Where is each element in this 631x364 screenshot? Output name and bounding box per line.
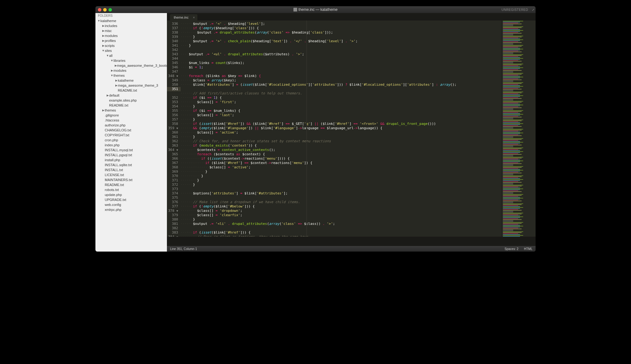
code-line[interactable]: ······if (isset($link['#href']) && ($lin… [181,122,436,126]
tree-item[interactable]: README.txt [95,88,167,93]
disclosure-arrow-icon[interactable] [110,58,113,63]
code-line[interactable]: ········// Pass in $link as $options, th… [181,235,310,237]
code-line[interactable]: ············} [181,170,207,174]
code-line[interactable]: ······} [181,104,195,108]
tree-item[interactable]: themes [95,108,167,113]
code-line[interactable]: ··············$class[] = 'active'; [181,165,251,169]
code-line[interactable]: ······} [181,117,195,121]
code-line[interactable]: ······} [181,35,195,39]
code-line[interactable]: ········$class[] = 'last'; [181,113,234,117]
code-line[interactable]: ····$i = 1; [181,65,203,69]
tree-item[interactable]: scripts [95,43,167,48]
code-line[interactable]: ······$output .= '<li' . drupal_attribut… [181,222,335,226]
tree-item[interactable]: modules [95,33,167,38]
code-line[interactable]: ······if (!empty($heading['class'])) { [181,26,259,30]
code-line[interactable]: ······if (!empty($link['#below'])) { [181,204,255,208]
disclosure-arrow-icon[interactable] [102,39,105,43]
code-content[interactable]: ······$output .= '<' . $heading['level']… [181,20,501,237]
code-line[interactable]: ······$output .= '>' . check_plain($head… [181,39,358,43]
code-line[interactable]: ········$class[] = 'first'; [181,100,236,104]
syntax-indicator[interactable]: HTML [524,247,532,251]
tree-item[interactable]: README.txt [95,103,167,108]
tree-item[interactable]: robots.txt [95,187,167,192]
code-line[interactable]: ······$output .= '<' . $heading['level']… [181,22,265,26]
code-line[interactable]: ········foreach ($contexts as $context) … [181,152,265,156]
code-line[interactable]: ······} [181,217,195,221]
sidebar[interactable]: FOLDERS kalathemeincludesmiscmodulesprof… [95,13,167,252]
code-line[interactable]: ········$output .= drupal_attributes(arr… [181,30,333,34]
disclosure-arrow-icon[interactable] [102,24,105,28]
code-line[interactable]: ········} [181,178,199,182]
tree-item[interactable]: kalatheme [95,18,167,23]
tab-theme-inc[interactable]: theme.inc × [170,14,197,20]
code-editor[interactable]: 336 337 338 339 340 341 342 343 344 345 … [167,20,501,237]
code-line[interactable]: ······$options['attributes'] = $link['#a… [181,191,288,195]
disclosure-arrow-icon[interactable] [97,19,100,23]
tree-item[interactable]: LICENSE.txt [95,172,167,177]
code-line[interactable]: ······} [181,183,195,187]
code-line[interactable]: ······// Check for, and honor active sta… [181,139,331,143]
code-line[interactable]: ······if (module_exists('context')) { [181,143,257,148]
tree-item[interactable]: web.config [95,202,167,207]
fullscreen-icon[interactable]: ⤢ [532,8,534,11]
tree-item[interactable]: includes [95,23,167,28]
indentation-indicator[interactable]: Spaces: 2 [504,247,518,251]
tree-item[interactable]: mega_awesome_theme_3 [95,83,167,88]
find-panel[interactable] [167,237,536,246]
code-line[interactable]: ······if (isset($link['#href'])) { [181,230,251,234]
tree-item[interactable]: profiles [95,38,167,43]
disclosure-arrow-icon[interactable] [115,83,118,88]
disclosure-arrow-icon[interactable] [102,43,105,48]
tree-item[interactable]: misc [95,28,167,33]
disclosure-arrow-icon[interactable] [115,63,117,68]
code-line[interactable]: ······$class = array($key); [181,78,236,82]
disclosure-arrow-icon[interactable] [102,29,105,33]
code-line[interactable]: ············if ($link['#href'] == $conte… [181,161,312,165]
tree-item[interactable]: xmlrpc.php [95,207,167,212]
code-line[interactable]: ······// Add first/last/active classes t… [181,91,302,95]
code-line[interactable]: ········$class[] = 'active'; [181,130,238,134]
tree-item[interactable]: .htaccess [95,118,167,123]
close-icon[interactable]: × [193,16,195,19]
code-line[interactable]: ··········if ((isset($context->reactions… [181,157,290,161]
tree-item[interactable]: update.php [95,192,167,197]
tree-item[interactable]: kalatheme [95,78,167,83]
tree-item[interactable]: libraries [95,58,167,63]
tree-item[interactable]: sites [95,48,167,53]
disclosure-arrow-icon[interactable] [110,73,113,78]
disclosure-arrow-icon[interactable] [102,34,105,38]
tree-item[interactable]: UPGRADE.txt [95,197,167,202]
disclosure-arrow-icon[interactable] [110,68,113,73]
code-line[interactable]: ······if ($i == 1) { [181,96,222,100]
code-line[interactable]: ······$link['#attributes'] = (isset($lin… [181,83,457,87]
code-line[interactable]: ········$class[] = 'clearfix'; [181,213,242,217]
code-line[interactable]: ······} [181,135,195,139]
code-line[interactable]: ········$class[] = 'dropdown'; [181,209,242,213]
minimap[interactable] [501,20,536,237]
code-line[interactable]: ········$contexts = context_active_conte… [181,148,275,152]
disclosure-arrow-icon[interactable] [106,53,109,58]
line-number-gutter[interactable]: 336 337 338 339 340 341 342 343 344 345 … [167,20,181,237]
tree-item[interactable]: mega_awesome_theme_3_bootstrap [95,63,167,68]
disclosure-arrow-icon[interactable] [115,78,118,83]
tree-item[interactable]: default [95,93,167,98]
tree-item[interactable]: INSTALL.txt [95,167,167,172]
tab-bar[interactable]: theme.inc × [167,13,536,20]
disclosure-arrow-icon[interactable] [106,93,109,98]
code-line[interactable]: ······if ($i == $num_links) { [181,109,240,113]
code-line[interactable]: ··········} [181,174,203,178]
disclosure-arrow-icon[interactable] [102,108,105,112]
tree-item[interactable]: index.php [95,143,167,148]
code-line[interactable]: ····} [181,43,191,48]
tree-item[interactable]: modules [95,68,167,73]
tree-item[interactable]: example.sites.php [95,98,167,103]
code-line[interactable]: ······&& (empty($link['#language']) || $… [181,126,382,130]
folder-tree[interactable]: kalathemeincludesmiscmodulesprofilesscri… [95,18,167,252]
tree-item[interactable]: authorize.php [95,123,167,128]
code-line[interactable]: ····$num_links = count($links); [181,61,244,65]
tree-item[interactable]: themes [95,73,167,78]
code-line[interactable]: ····$output .= '<ul' . drupal_attributes… [181,52,304,56]
code-line[interactable]: ······// Make list item a dropdown if we… [181,200,300,204]
tree-item[interactable]: README.txt [95,182,167,187]
tree-item[interactable]: MAINTAINERS.txt [95,177,167,182]
